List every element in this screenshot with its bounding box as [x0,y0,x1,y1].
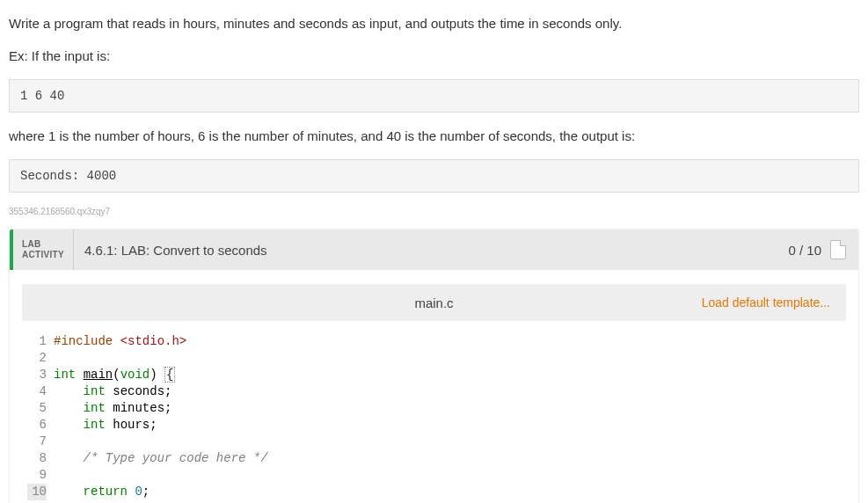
instruction-p3: where 1 is the number of hours, 6 is the… [9,127,859,145]
line-number: 4 [27,383,47,400]
line-number: 9 [27,467,47,484]
load-default-template-link[interactable]: Load default template... [702,295,830,310]
line-number: 1 [27,333,47,350]
code-line[interactable]: return 0; [54,484,846,500]
line-number-gutter: 1234567891011 [22,333,54,503]
editor-filename: main.c [414,295,453,310]
line-number: 10 [27,484,47,500]
code-line[interactable]: int seconds; [54,383,846,400]
example-input-box: 1 6 40 [9,79,859,113]
lab-score-area: 0 / 10 [776,230,858,270]
code-line[interactable]: int hours; [54,417,846,434]
code-editor[interactable]: 1234567891011 #include <stdio.h>int main… [22,321,846,503]
code-line[interactable]: int main(void) { [54,367,846,383]
code-line[interactable] [54,350,846,367]
code-line[interactable] [54,434,846,450]
lab-activity-label: LAB ACTIVITY [13,230,74,270]
code-line[interactable]: #include <stdio.h> [54,333,846,350]
instruction-p2: Ex: If the input is: [9,47,859,65]
code-line[interactable]: int minutes; [54,400,846,417]
editor-wrap: main.c Load default template... 12345678… [10,270,858,503]
line-number: 5 [27,400,47,417]
lab-card: LAB ACTIVITY 4.6.1: LAB: Convert to seco… [9,229,859,503]
line-number: 7 [27,434,47,450]
code-lines[interactable]: #include <stdio.h>int main(void) { int s… [54,333,846,503]
lab-header: LAB ACTIVITY 4.6.1: LAB: Convert to seco… [10,230,858,270]
lab-activity-line1: LAB [22,239,64,250]
lab-title: 4.6.1: LAB: Convert to seconds [74,230,777,270]
code-line[interactable]: /* Type your code here */ [54,450,846,467]
editor-toolbar: main.c Load default template... [22,284,846,321]
line-number: 2 [27,350,47,367]
lab-score-text: 0 / 10 [788,243,821,258]
lab-activity-line2: ACTIVITY [22,250,64,260]
code-line[interactable] [54,467,846,484]
line-number: 8 [27,450,47,467]
example-output-box: Seconds: 4000 [9,159,859,193]
line-number: 3 [27,367,47,383]
instruction-p1: Write a program that reads in hours, min… [9,14,859,33]
page-icon[interactable] [830,240,846,259]
line-number: 6 [27,417,47,434]
id-string: 355346.2168560.qx3zqy7 [9,207,859,216]
